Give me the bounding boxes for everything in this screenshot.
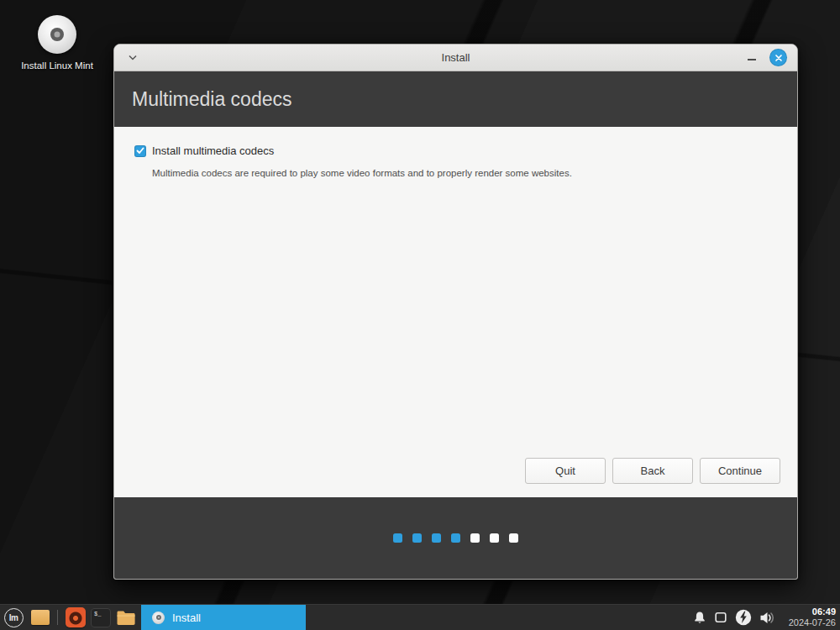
- progress-dot: [509, 533, 518, 543]
- checkbox-label: Install multimedia codecs: [152, 144, 274, 157]
- taskbar-separator: [57, 610, 58, 625]
- volume-icon[interactable]: [759, 611, 777, 625]
- quit-button[interactable]: Quit: [525, 458, 606, 484]
- minimize-button[interactable]: [747, 52, 757, 64]
- progress-dot: [393, 533, 402, 543]
- titlebar: Install: [114, 45, 797, 71]
- desktop-wallpaper: Install Linux Mint Install Multimedia co…: [0, 0, 840, 630]
- taskbar-window-button-install[interactable]: Install: [141, 605, 306, 630]
- progress-dot: [451, 533, 460, 543]
- clock-time: 06:49: [789, 606, 836, 617]
- window-controls: [747, 49, 787, 66]
- checkbox-checked-icon[interactable]: [134, 145, 146, 157]
- clock-date: 2024-07-26: [789, 617, 836, 628]
- progress-dot: [490, 533, 499, 543]
- continue-button[interactable]: Continue: [700, 458, 780, 484]
- taskbar: lm $_ Install: [0, 604, 840, 630]
- close-button[interactable]: [769, 49, 787, 66]
- removable-media-icon[interactable]: [714, 611, 727, 624]
- power-icon[interactable]: [735, 609, 752, 626]
- back-button[interactable]: Back: [612, 458, 693, 484]
- progress-dot: [412, 533, 422, 543]
- chevron-down-icon: [128, 55, 138, 61]
- progress-dot: [432, 533, 441, 543]
- close-icon: [774, 54, 783, 62]
- desktop-icon-label: Install Linux Mint: [20, 60, 94, 72]
- system-tray: 06:49 2024-07-26: [693, 606, 840, 628]
- cd-disc-icon: [38, 15, 76, 54]
- mint-menu-icon: lm: [4, 608, 24, 627]
- mint-menu-button[interactable]: lm: [0, 608, 27, 627]
- page-title: Multimedia codecs: [132, 88, 291, 111]
- window-menu-button[interactable]: [124, 51, 141, 65]
- installer-window: Install Multimedia codecs In: [113, 44, 798, 580]
- page-header: Multimedia codecs: [114, 71, 797, 127]
- firefox-icon[interactable]: [66, 607, 86, 627]
- terminal-icon[interactable]: $_: [91, 608, 111, 627]
- install-codecs-checkbox-row[interactable]: Install multimedia codecs: [134, 144, 274, 157]
- folder-glyph-icon: [116, 610, 136, 626]
- progress-dots: [393, 533, 518, 543]
- wizard-footer: [114, 497, 797, 579]
- file-manager-icon[interactable]: [116, 610, 136, 626]
- desktop-icon-install-linux-mint[interactable]: Install Linux Mint: [20, 15, 94, 72]
- action-buttons: Quit Back Continue: [525, 458, 780, 484]
- taskbar-window-label: Install: [172, 612, 201, 624]
- page-content: Install multimedia codecs Multimedia cod…: [114, 127, 797, 497]
- progress-dot: [470, 533, 480, 543]
- checkmark-icon: [136, 147, 144, 155]
- cd-disc-icon: [152, 612, 165, 624]
- codecs-description: Multimedia codecs are required to play s…: [152, 168, 572, 178]
- notifications-bell-icon[interactable]: [693, 611, 706, 625]
- show-desktop-icon[interactable]: [31, 610, 50, 625]
- window-title: Install: [114, 51, 797, 64]
- taskbar-clock[interactable]: 06:49 2024-07-26: [789, 606, 836, 628]
